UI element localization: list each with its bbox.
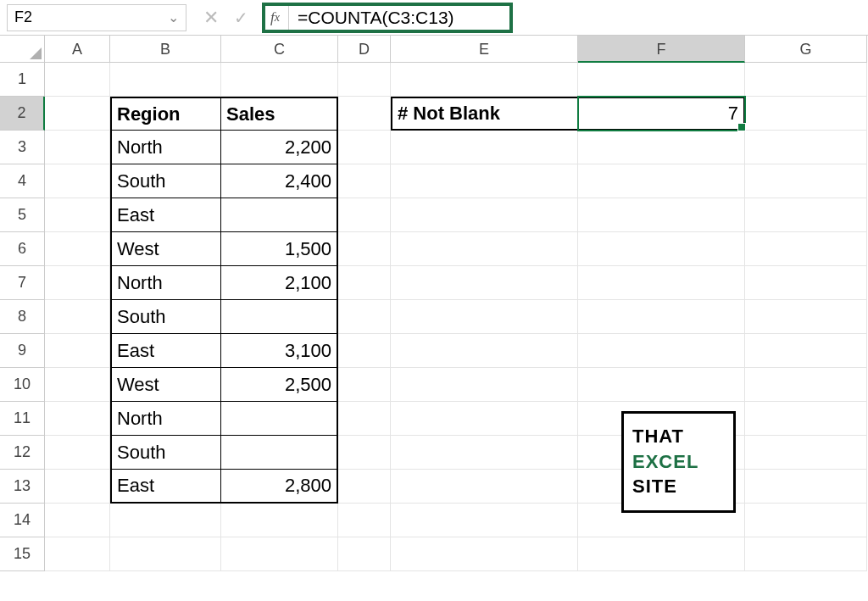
row-header-8[interactable]: 8 xyxy=(0,300,45,334)
formula-input[interactable]: =COUNTA(C3:C13) xyxy=(289,6,509,30)
row-header-11[interactable]: 11 xyxy=(0,402,45,436)
cell-B4[interactable]: South xyxy=(110,164,221,198)
cell-E6[interactable] xyxy=(391,232,578,266)
cell-C1[interactable] xyxy=(221,63,338,97)
cell-G2[interactable] xyxy=(745,97,867,131)
cell-G15[interactable] xyxy=(745,537,867,571)
cell-F15[interactable] xyxy=(578,537,745,571)
cell-B11[interactable]: North xyxy=(110,402,221,436)
cell-F5[interactable] xyxy=(578,198,745,232)
cell-D12[interactable] xyxy=(338,436,391,470)
cell-C12[interactable] xyxy=(221,436,338,470)
cell-B8[interactable]: South xyxy=(110,300,221,334)
col-header-E[interactable]: E xyxy=(391,36,578,63)
row-header-5[interactable]: 5 xyxy=(0,198,45,232)
cell-E15[interactable] xyxy=(391,537,578,571)
cell-A7[interactable] xyxy=(45,266,110,300)
cell-F8[interactable] xyxy=(578,300,745,334)
col-header-D[interactable]: D xyxy=(338,36,391,63)
cell-A12[interactable] xyxy=(45,436,110,470)
row-header-7[interactable]: 7 xyxy=(0,266,45,300)
cell-F1[interactable] xyxy=(578,63,745,97)
cell-C7[interactable]: 2,100 xyxy=(221,266,338,300)
col-header-A[interactable]: A xyxy=(45,36,110,63)
cell-A9[interactable] xyxy=(45,334,110,368)
row-header-10[interactable]: 10 xyxy=(0,368,45,402)
cell-A2[interactable] xyxy=(45,97,110,131)
cell-A11[interactable] xyxy=(45,402,110,436)
cell-C6[interactable]: 1,500 xyxy=(221,232,338,266)
cell-C5[interactable] xyxy=(221,198,338,232)
fx-icon[interactable]: fx xyxy=(265,6,289,30)
row-header-4[interactable]: 4 xyxy=(0,164,45,198)
cell-B9[interactable]: East xyxy=(110,334,221,368)
cancel-icon[interactable]: ✕ xyxy=(203,7,219,29)
cell-C14[interactable] xyxy=(221,504,338,537)
cell-F10[interactable] xyxy=(578,368,745,402)
cell-G4[interactable] xyxy=(745,164,867,198)
cell-C15[interactable] xyxy=(221,537,338,571)
row-header-12[interactable]: 12 xyxy=(0,436,45,470)
cell-D13[interactable] xyxy=(338,470,391,504)
cell-E5[interactable] xyxy=(391,198,578,232)
cell-E14[interactable] xyxy=(391,504,578,537)
row-header-9[interactable]: 9 xyxy=(0,334,45,368)
col-header-C[interactable]: C xyxy=(221,36,338,63)
cell-A4[interactable] xyxy=(45,164,110,198)
row-header-1[interactable]: 1 xyxy=(0,63,45,97)
cell-D11[interactable] xyxy=(338,402,391,436)
cell-F2[interactable]: 7 xyxy=(578,97,745,131)
cell-B12[interactable]: South xyxy=(110,436,221,470)
cell-D4[interactable] xyxy=(338,164,391,198)
cell-D8[interactable] xyxy=(338,300,391,334)
cell-G1[interactable] xyxy=(745,63,867,97)
cell-D9[interactable] xyxy=(338,334,391,368)
row-header-2[interactable]: 2 xyxy=(0,97,45,131)
cell-A13[interactable] xyxy=(45,470,110,504)
cell-D5[interactable] xyxy=(338,198,391,232)
cell-G6[interactable] xyxy=(745,232,867,266)
cell-B14[interactable] xyxy=(110,504,221,537)
cell-G13[interactable] xyxy=(745,470,867,504)
cell-C8[interactable] xyxy=(221,300,338,334)
cell-E4[interactable] xyxy=(391,164,578,198)
cell-C13[interactable]: 2,800 xyxy=(221,470,338,504)
cell-G3[interactable] xyxy=(745,131,867,164)
cell-D6[interactable] xyxy=(338,232,391,266)
cell-B7[interactable]: North xyxy=(110,266,221,300)
col-header-B[interactable]: B xyxy=(110,36,221,63)
cell-D2[interactable] xyxy=(338,97,391,131)
cell-C10[interactable]: 2,500 xyxy=(221,368,338,402)
cell-G14[interactable] xyxy=(745,504,867,537)
cell-A6[interactable] xyxy=(45,232,110,266)
cell-G8[interactable] xyxy=(745,300,867,334)
cell-C4[interactable]: 2,400 xyxy=(221,164,338,198)
cell-B13[interactable]: East xyxy=(110,470,221,504)
cell-D14[interactable] xyxy=(338,504,391,537)
cell-G7[interactable] xyxy=(745,266,867,300)
cell-B3[interactable]: North xyxy=(110,131,221,164)
cell-E13[interactable] xyxy=(391,470,578,504)
cell-F4[interactable] xyxy=(578,164,745,198)
col-header-G[interactable]: G xyxy=(745,36,867,63)
cell-D1[interactable] xyxy=(338,63,391,97)
cell-E1[interactable] xyxy=(391,63,578,97)
cell-A10[interactable] xyxy=(45,368,110,402)
cell-B6[interactable]: West xyxy=(110,232,221,266)
cell-A14[interactable] xyxy=(45,504,110,537)
cell-F7[interactable] xyxy=(578,266,745,300)
row-header-6[interactable]: 6 xyxy=(0,232,45,266)
cell-D7[interactable] xyxy=(338,266,391,300)
cell-E12[interactable] xyxy=(391,436,578,470)
cell-F9[interactable] xyxy=(578,334,745,368)
cell-E7[interactable] xyxy=(391,266,578,300)
cell-E8[interactable] xyxy=(391,300,578,334)
cell-E11[interactable] xyxy=(391,402,578,436)
cell-B1[interactable] xyxy=(110,63,221,97)
cell-E2[interactable]: # Not Blank xyxy=(391,97,578,131)
cell-A15[interactable] xyxy=(45,537,110,571)
cell-A5[interactable] xyxy=(45,198,110,232)
cell-F3[interactable] xyxy=(578,131,745,164)
cell-B5[interactable]: East xyxy=(110,198,221,232)
cell-G11[interactable] xyxy=(745,402,867,436)
